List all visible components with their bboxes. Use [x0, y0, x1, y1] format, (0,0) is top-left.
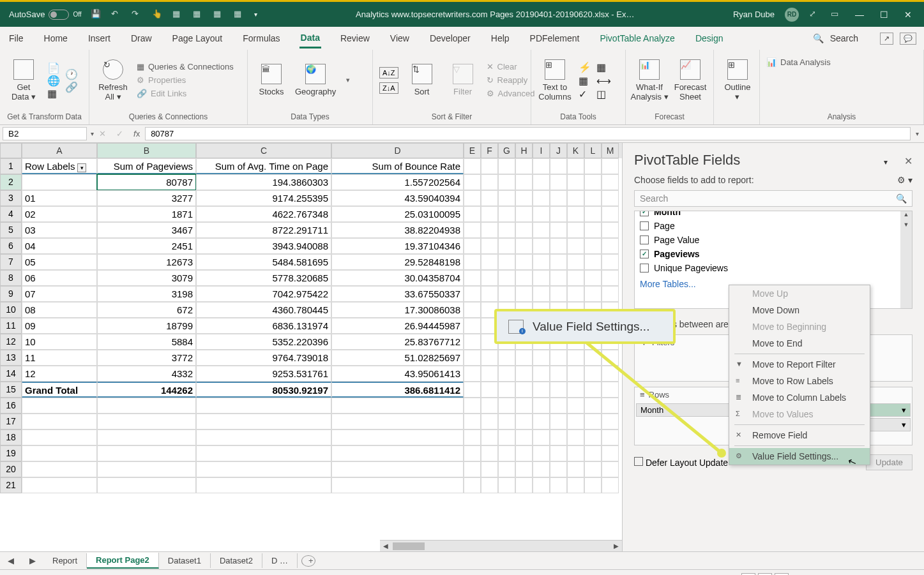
tab-insert[interactable]: Insert — [87, 29, 112, 47]
save-icon[interactable]: 💾 — [91, 9, 102, 20]
tab-view[interactable]: View — [389, 29, 411, 47]
from-web-icon[interactable]: 🌐 — [47, 75, 59, 86]
touch-icon[interactable]: 👆 — [152, 9, 163, 20]
new-sheet-button[interactable]: + — [301, 555, 315, 567]
field-page-value[interactable]: Page Value — [635, 233, 912, 247]
expand-formula-icon[interactable]: ▾ — [911, 130, 924, 137]
pane-layout-icon[interactable]: ⚙ ▾ — [897, 175, 913, 185]
col-header-c[interactable]: C — [196, 143, 331, 158]
formula-input[interactable]: 80787 — [145, 127, 911, 140]
enter-formula-icon[interactable]: ✓ — [111, 129, 128, 138]
ribbon-mode-icon[interactable]: ▭ — [831, 9, 842, 20]
col-header-b[interactable]: B — [97, 143, 196, 158]
stocks-button[interactable]: 🏛Stocks — [254, 64, 289, 96]
whatif-button[interactable]: 📊What-If Analysis ▾ — [632, 59, 667, 101]
data-analysis-button[interactable]: 📊 Data Analysis — [766, 56, 831, 68]
field-page[interactable]: Page — [635, 219, 912, 233]
col-header-e[interactable]: E — [464, 143, 481, 158]
ctx-move-down[interactable]: Move Down — [729, 302, 870, 318]
tab-draw[interactable]: Draw — [130, 29, 153, 47]
data-val-icon[interactable]: ✓ — [579, 88, 590, 100]
scroll-left-icon[interactable]: ◀ — [380, 542, 391, 549]
search-icon[interactable]: 🔍 — [813, 33, 824, 43]
undo-icon[interactable]: ↶ — [111, 9, 123, 20]
horizontal-scrollbar[interactable]: ◀ ▶ — [380, 540, 622, 551]
sheet-tab-report[interactable]: Report — [43, 553, 87, 568]
filter-button[interactable]: ▽Filter — [446, 64, 480, 96]
flash-fill-icon[interactable]: ⚡ — [579, 61, 590, 73]
tab-formulas[interactable]: Formulas — [241, 29, 281, 47]
col-header-i[interactable]: I — [533, 143, 550, 158]
ctx-move-to-end[interactable]: Move to End — [729, 335, 870, 352]
spreadsheet-grid[interactable]: A B C D E F G H I J K L M 1Row Labels▾Su… — [0, 143, 622, 551]
tab-pdfelement[interactable]: PDFelement — [529, 29, 581, 47]
col-header-f[interactable]: F — [481, 143, 498, 158]
geography-button[interactable]: 🌍Geography — [295, 64, 336, 96]
ctx-move-to-column-labels[interactable]: ≣Move to Column Labels — [729, 389, 870, 406]
name-box[interactable] — [3, 127, 87, 140]
recent-sources-icon[interactable]: 🕐 — [65, 68, 77, 80]
tab-help[interactable]: Help — [490, 29, 511, 47]
maximize-button[interactable]: ☐ — [877, 8, 891, 22]
col-header-g[interactable]: G — [498, 143, 515, 158]
col-header-a[interactable]: A — [22, 143, 97, 158]
sheet-tab-d[interactable]: D … — [262, 553, 298, 568]
cancel-formula-icon[interactable]: ✕ — [94, 129, 111, 138]
col-header-k[interactable]: K — [567, 143, 584, 158]
tab-data[interactable]: Data — [299, 29, 321, 49]
sort-button[interactable]: ⇅Sort — [405, 64, 439, 96]
qat-icon[interactable]: ▦ — [172, 9, 184, 20]
qat-icon-3[interactable]: ▦ — [213, 9, 225, 20]
ctx-move-to-report-filter[interactable]: ▼Move to Report Filter — [729, 356, 870, 373]
scroll-up-icon[interactable]: ▲ — [900, 211, 912, 221]
sheet-tab-dataset2[interactable]: Dataset2 — [211, 553, 262, 568]
outline-button[interactable]: ⊞Outline ▾ — [720, 59, 755, 101]
redo-icon[interactable]: ↷ — [132, 9, 143, 20]
ribbon-display-icon[interactable]: ⤢ — [809, 9, 821, 20]
field-pageviews[interactable]: ✓Pageviews — [635, 247, 912, 261]
comments-icon[interactable]: 💬 — [900, 33, 916, 45]
autosave-toggle[interactable]: AutoSave Off — [9, 10, 82, 20]
qat-icon-4[interactable]: ▦ — [234, 9, 245, 20]
search-label[interactable]: Search — [830, 33, 858, 43]
field-scrollbar[interactable]: ▲ ▼ — [900, 211, 912, 308]
col-header-m[interactable]: M — [602, 143, 619, 158]
queries-connections-button[interactable]: ▦ Queries & Connections — [137, 61, 234, 73]
sheet-tab-report-page2[interactable]: Report Page2 — [87, 553, 159, 569]
col-header-j[interactable]: J — [550, 143, 567, 158]
tab-design[interactable]: Design — [694, 29, 725, 47]
from-table-icon[interactable]: ▦ — [47, 87, 59, 99]
col-header-d[interactable]: D — [331, 143, 464, 158]
ctx-move-to-row-labels[interactable]: ≡Move to Row Labels — [729, 373, 870, 389]
relationships-icon[interactable]: ⟷ — [596, 75, 608, 86]
scroll-down-icon[interactable]: ▼ — [900, 221, 912, 232]
sort-az-icon[interactable]: A↓Z — [379, 67, 398, 78]
data-model-icon[interactable]: ◫ — [596, 88, 608, 100]
pane-options-icon[interactable]: ▾ — [884, 158, 888, 167]
field-search-input[interactable]: Search 🔍 — [634, 190, 913, 207]
ctx-remove-field[interactable]: ✕Remove Field — [729, 427, 870, 444]
share-icon[interactable]: ↗ — [880, 33, 893, 45]
minimize-button[interactable]: — — [852, 8, 867, 22]
field-month[interactable]: ✓Month — [635, 211, 912, 219]
tab-pivot-analyze[interactable]: PivotTable Analyze — [598, 29, 676, 47]
row-labels-filter-icon[interactable]: ▾ — [77, 163, 86, 172]
forecast-sheet-button[interactable]: 📈Forecast Sheet — [673, 59, 708, 101]
datatypes-more-icon[interactable]: ▾ — [342, 76, 354, 84]
tab-developer[interactable]: Developer — [428, 29, 472, 47]
close-button[interactable]: ✕ — [901, 8, 915, 22]
defer-update-checkbox[interactable]: Defer Layout Update — [634, 457, 728, 468]
get-data-button[interactable]: Get Data ▾ — [6, 59, 41, 101]
scroll-right-icon[interactable]: ▶ — [610, 542, 622, 549]
tab-file[interactable]: File — [8, 29, 25, 47]
tab-page-layout[interactable]: Page Layout — [171, 29, 224, 47]
tab-home[interactable]: Home — [43, 29, 69, 47]
username[interactable]: Ryan Dube — [733, 10, 775, 19]
sort-za-icon[interactable]: Z↓A — [379, 82, 398, 94]
from-text-icon[interactable]: 📄 — [47, 62, 59, 73]
avatar[interactable]: RD — [785, 8, 799, 22]
col-header-h[interactable]: H — [515, 143, 533, 158]
consolidate-icon[interactable]: ▦ — [596, 61, 608, 73]
existing-conn-icon[interactable]: 🔗 — [65, 81, 77, 93]
remove-dup-icon[interactable]: ▦ — [579, 75, 590, 86]
